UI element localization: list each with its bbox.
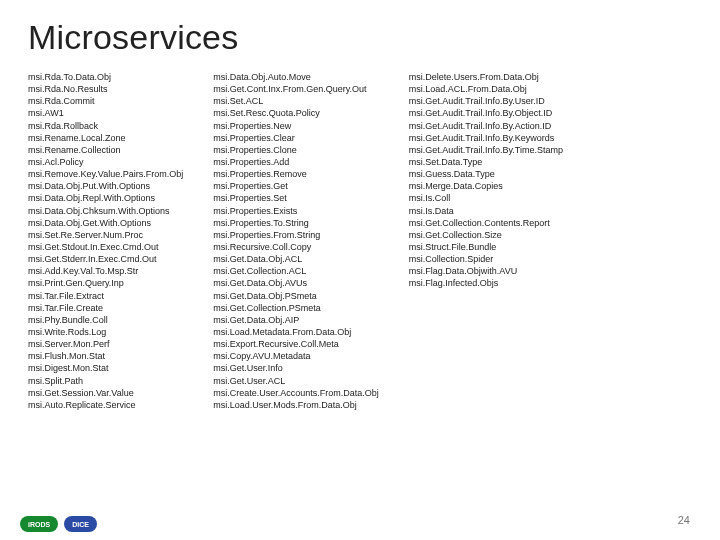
list-item: msi.Delete.Users.From.Data.Obj	[409, 71, 563, 83]
list-item: msi.Rda.To.Data.Obj	[28, 71, 183, 83]
list-item: msi.Collection.Spider	[409, 253, 563, 265]
list-item: msi.Get.Data.Obj.ACL	[213, 253, 379, 265]
list-item: msi.Properties.New	[213, 120, 379, 132]
list-item: msi.Is.Data	[409, 205, 563, 217]
list-item: msi.Flush.Mon.Stat	[28, 350, 183, 362]
page-title: Microservices	[28, 18, 692, 57]
list-item: msi.Struct.File.Bundle	[409, 241, 563, 253]
list-item: msi.Properties.Remove	[213, 168, 379, 180]
list-item: msi.Load.Metadata.From.Data.Obj	[213, 326, 379, 338]
list-item: msi.AW1	[28, 107, 183, 119]
list-item: msi.Acl.Policy	[28, 156, 183, 168]
list-item: msi.Properties.From.String	[213, 229, 379, 241]
list-item: msi.Create.User.Accounts.From.Data.Obj	[213, 387, 379, 399]
dice-logo: DICE	[64, 516, 97, 532]
list-item: msi.Rda.No.Results	[28, 83, 183, 95]
list-item: msi.Properties.To.String	[213, 217, 379, 229]
list-item: msi.Recursive.Coll.Copy	[213, 241, 379, 253]
list-item: msi.Digest.Mon.Stat	[28, 362, 183, 374]
list-item: msi.Server.Mon.Perf	[28, 338, 183, 350]
list-item: msi.Get.Cont.Inx.From.Gen.Query.Out	[213, 83, 379, 95]
list-item: msi.Set.Re.Server.Num.Proc	[28, 229, 183, 241]
list-item: msi.Add.Key.Val.To.Msp.Str	[28, 265, 183, 277]
list-item: msi.Properties.Get	[213, 180, 379, 192]
list-item: msi.Properties.Exists	[213, 205, 379, 217]
list-item: msi.Properties.Add	[213, 156, 379, 168]
list-item: msi.Get.Data.Obj.PSmeta	[213, 290, 379, 302]
list-item: msi.Print.Gen.Query.Inp	[28, 277, 183, 289]
list-item: msi.Get.User.ACL	[213, 375, 379, 387]
list-item: msi.Get.Collection.Size	[409, 229, 563, 241]
list-item: msi.Get.Session.Var.Value	[28, 387, 183, 399]
list-item: msi.Is.Coll	[409, 192, 563, 204]
list-item: msi.Phy.Bundle.Coll	[28, 314, 183, 326]
list-item: msi.Load.User.Mods.From.Data.Obj	[213, 399, 379, 411]
list-item: msi.Guess.Data.Type	[409, 168, 563, 180]
list-item: msi.Split.Path	[28, 375, 183, 387]
list-item: msi.Get.Collection.Contents.Report	[409, 217, 563, 229]
list-item: msi.Rda.Rollback	[28, 120, 183, 132]
list-item: msi.Tar.File.Create	[28, 302, 183, 314]
list-item: msi.Flag.Infected.Objs	[409, 277, 563, 289]
columns-container: msi.Rda.To.Data.Objmsi.Rda.No.Resultsmsi…	[28, 71, 692, 411]
footer-logos: iRODS DICE	[20, 516, 97, 532]
list-item: msi.Get.Audit.Trail.Info.By.User.ID	[409, 95, 563, 107]
list-item: msi.Properties.Set	[213, 192, 379, 204]
list-item: msi.Set.ACL	[213, 95, 379, 107]
list-item: msi.Tar.File.Extract	[28, 290, 183, 302]
list-item: msi.Get.Collection.ACL	[213, 265, 379, 277]
list-item: msi.Rename.Collection	[28, 144, 183, 156]
list-item: msi.Auto.Replicate.Service	[28, 399, 183, 411]
list-item: msi.Export.Recursive.Coll.Meta	[213, 338, 379, 350]
list-item: msi.Get.Audit.Trail.Info.By.Action.ID	[409, 120, 563, 132]
list-item: msi.Get.User.Info	[213, 362, 379, 374]
list-item: msi.Get.Stdout.In.Exec.Cmd.Out	[28, 241, 183, 253]
list-item: msi.Set.Resc.Quota.Policy	[213, 107, 379, 119]
column-2: msi.Data.Obj.Auto.Movemsi.Get.Cont.Inx.F…	[213, 71, 379, 411]
list-item: msi.Get.Data.Obj.AVUs	[213, 277, 379, 289]
list-item: msi.Write.Rods.Log	[28, 326, 183, 338]
list-item: msi.Data.Obj.Chksum.With.Options	[28, 205, 183, 217]
list-item: msi.Properties.Clone	[213, 144, 379, 156]
list-item: msi.Get.Stderr.In.Exec.Cmd.Out	[28, 253, 183, 265]
list-item: msi.Data.Obj.Put.With.Options	[28, 180, 183, 192]
list-item: msi.Copy.AVU.Metadata	[213, 350, 379, 362]
list-item: msi.Get.Audit.Trail.Info.By.Keywords	[409, 132, 563, 144]
list-item: msi.Get.Collection.PSmeta	[213, 302, 379, 314]
irods-logo: iRODS	[20, 516, 58, 532]
list-item: msi.Get.Audit.Trail.Info.By.Object.ID	[409, 107, 563, 119]
list-item: msi.Remove.Key.Value.Pairs.From.Obj	[28, 168, 183, 180]
column-3: msi.Delete.Users.From.Data.Objmsi.Load.A…	[409, 71, 563, 411]
list-item: msi.Flag.Data.Objwith.AVU	[409, 265, 563, 277]
list-item: msi.Data.Obj.Auto.Move	[213, 71, 379, 83]
list-item: msi.Rename.Local.Zone	[28, 132, 183, 144]
list-item: msi.Merge.Data.Copies	[409, 180, 563, 192]
list-item: msi.Set.Data.Type	[409, 156, 563, 168]
column-1: msi.Rda.To.Data.Objmsi.Rda.No.Resultsmsi…	[28, 71, 183, 411]
slide: Microservices msi.Rda.To.Data.Objmsi.Rda…	[0, 0, 720, 540]
list-item: msi.Get.Audit.Trail.Info.By.Time.Stamp	[409, 144, 563, 156]
list-item: msi.Properties.Clear	[213, 132, 379, 144]
page-number: 24	[678, 514, 690, 526]
list-item: msi.Data.Obj.Repl.With.Options	[28, 192, 183, 204]
list-item: msi.Get.Data.Obj.AIP	[213, 314, 379, 326]
list-item: msi.Data.Obj.Get.With.Options	[28, 217, 183, 229]
list-item: msi.Load.ACL.From.Data.Obj	[409, 83, 563, 95]
list-item: msi.Rda.Commit	[28, 95, 183, 107]
